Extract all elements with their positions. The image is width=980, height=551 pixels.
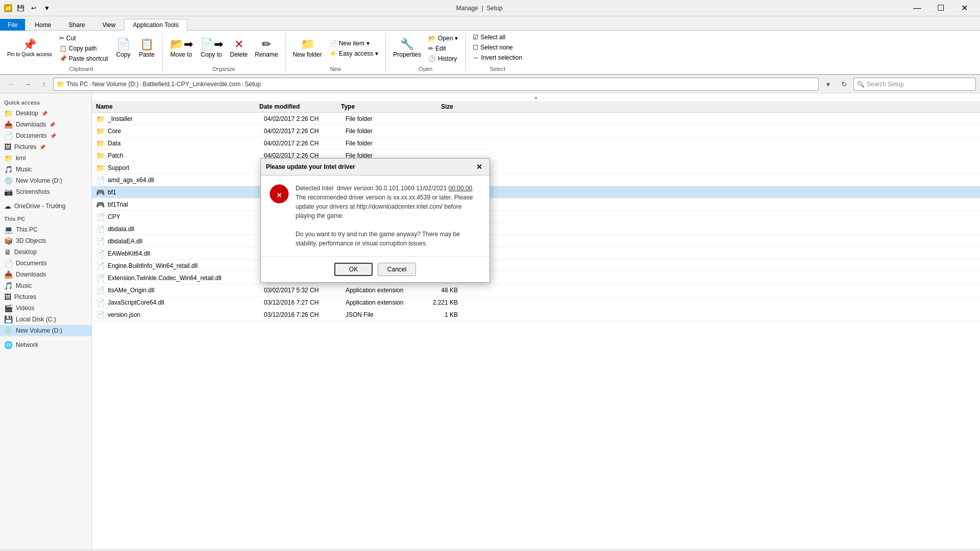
dialog-title-bar: Please update your Intel driver ✕ — [261, 159, 489, 176]
dialog-update-driver: Please update your Intel driver ✕ ✕ Dete… — [260, 158, 490, 283]
svg-text:✕: ✕ — [277, 192, 282, 199]
dialog-question: Do you want to try and run the game anyw… — [296, 230, 481, 248]
dialog-content: Detected Intel driver version 30.0.101.1… — [296, 184, 481, 248]
ok-button[interactable]: OK — [334, 263, 373, 276]
dialog-title-text: Please update your Intel driver — [266, 163, 355, 170]
error-icon: ✕ — [269, 184, 289, 248]
dialog-overlay: Please update your Intel driver ✕ ✕ Dete… — [0, 0, 980, 551]
cancel-button[interactable]: Cancel — [378, 263, 416, 276]
dialog-message: Detected Intel driver version 30.0.101.1… — [296, 184, 481, 220]
dialog-footer: OK Cancel — [261, 256, 489, 282]
dialog-body: ✕ Detected Intel driver version 30.0.101… — [261, 176, 489, 256]
dialog-close-button[interactable]: ✕ — [474, 162, 484, 172]
